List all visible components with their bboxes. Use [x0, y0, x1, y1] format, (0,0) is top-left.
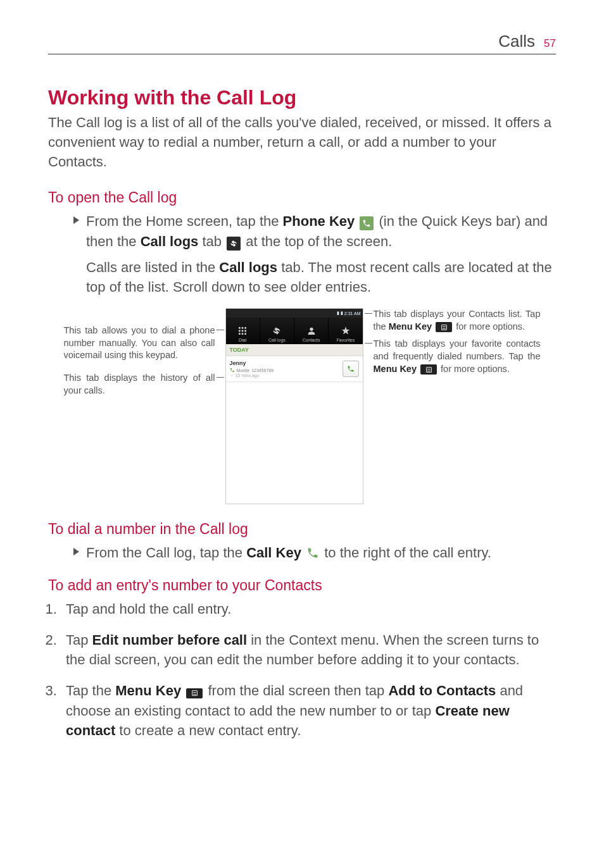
text: This tab displays your favorite contacts…	[374, 338, 541, 361]
callout-contacts-tab: This tab displays your Contacts list. Ta…	[374, 308, 541, 333]
text-bold: Call logs	[219, 259, 277, 275]
status-time: 2:31 AM	[344, 311, 361, 316]
today-header: TODAY	[226, 344, 363, 356]
text-bold: Add to Contacts	[388, 683, 496, 698]
svg-rect-0	[239, 327, 241, 329]
phone-key-label: Phone Key	[283, 213, 355, 229]
entry-type: Mobile	[237, 368, 250, 373]
text: Tap	[66, 632, 92, 648]
battery-icon: ▮	[341, 311, 343, 316]
open-call-log-step: From the Home screen, tap the Phone Key …	[73, 211, 556, 251]
svg-rect-5	[244, 330, 246, 332]
menu-key-label: Menu Key	[374, 364, 417, 374]
phone-illustration: This tab allows you to dial a phone numb…	[48, 308, 556, 504]
intro-paragraph: The Call log is a list of all of the cal…	[48, 113, 556, 171]
call-logs-label: Call logs	[141, 233, 199, 249]
text: at the top of the screen.	[246, 233, 392, 249]
callout-dial-tab: This tab allows you to dial a phone numb…	[64, 325, 215, 362]
callout-calllogs-tab: This tab displays the history of all you…	[64, 372, 215, 397]
text: From the Home screen, tap the	[86, 213, 283, 229]
tab-label: Contacts	[303, 338, 320, 342]
tab-label: Call logs	[268, 338, 286, 342]
entry-number: 123456789	[251, 368, 274, 373]
header-page-number: 57	[544, 37, 556, 50]
tab-dial[interactable]: Dial	[226, 318, 260, 344]
call-key-icon	[306, 545, 319, 557]
text: from the dial screen then tap	[208, 683, 388, 698]
svg-rect-2	[244, 327, 246, 329]
contacts-icon	[306, 325, 317, 337]
phone-mock: ▮ ▮ 2:31 AM Dial Call logs Contacts	[225, 308, 363, 504]
bullet-triangle-icon	[73, 216, 79, 224]
menu-key-label: Menu Key	[115, 683, 181, 698]
step-2: Tap Edit number before call in the Conte…	[61, 630, 556, 669]
dial-icon	[237, 325, 248, 337]
step-1: Tap and hold the call entry.	[61, 599, 556, 619]
call-logs-tab-icon	[227, 237, 241, 251]
dial-number-step: From the Call log, tap the Call Key to t…	[73, 543, 556, 562]
text: to the right of the call entry.	[324, 545, 491, 561]
step-3: Tap the Menu Key from the dial screen th…	[61, 681, 556, 740]
text: Tap the	[66, 683, 115, 698]
call-key-label: Call Key	[246, 545, 301, 561]
phone-key-icon	[360, 216, 374, 230]
status-bar: ▮ ▮ 2:31 AM	[226, 309, 363, 318]
menu-key-icon	[420, 364, 437, 375]
page-title: Working with the Call Log	[48, 86, 556, 109]
tab-label: Favorites	[336, 338, 355, 342]
entry-call-button[interactable]	[343, 361, 359, 377]
tab-contacts[interactable]: Contacts	[294, 318, 329, 344]
text: tab	[198, 233, 225, 249]
text: From the Call log, tap the	[86, 545, 246, 561]
open-call-log-para2: Calls are listed in the Call logs tab. T…	[86, 257, 556, 297]
favorites-icon	[340, 325, 351, 337]
heading-dial-number: To dial a number in the Call log	[48, 521, 556, 538]
svg-rect-6	[239, 333, 241, 335]
signal-icon: ▮	[337, 311, 339, 316]
call-log-entry[interactable]: Jenny Mobile 123456789 → 10 mins ago	[226, 356, 363, 382]
text-bold: Edit number before call	[92, 632, 248, 648]
heading-open-call-log: To open the Call log	[48, 189, 556, 206]
tab-label: Dial	[239, 338, 246, 342]
tab-call-logs[interactable]: Call logs	[260, 318, 294, 344]
header-section: Calls	[498, 32, 535, 51]
call-logs-icon	[271, 325, 282, 337]
menu-key-icon	[186, 688, 203, 698]
text: for more options.	[438, 364, 510, 374]
svg-rect-8	[244, 333, 246, 335]
text: Calls are listed in the	[86, 259, 219, 275]
phone-tabs: Dial Call logs Contacts Favorites	[226, 318, 363, 344]
svg-rect-7	[242, 333, 244, 335]
menu-key-label: Menu Key	[389, 321, 432, 332]
menu-key-icon	[436, 322, 452, 332]
entry-name: Jenny	[230, 360, 339, 366]
tab-favorites[interactable]: Favorites	[329, 318, 362, 344]
svg-point-9	[310, 328, 313, 331]
text: for more options.	[453, 321, 525, 332]
svg-rect-1	[242, 327, 244, 329]
callout-favorites-tab: This tab displays your favorite contacts…	[374, 338, 541, 375]
outgoing-icon	[230, 368, 235, 373]
text: to create a new contact entry.	[115, 722, 301, 738]
bullet-triangle-icon	[73, 548, 79, 555]
page-header: Calls 57	[48, 32, 556, 54]
svg-rect-3	[239, 330, 241, 332]
heading-add-to-contacts: To add an entry's number to your Contact…	[48, 577, 556, 594]
add-to-contacts-steps: Tap and hold the call entry. Tap Edit nu…	[48, 599, 556, 740]
entry-time: 10 mins ago	[235, 373, 259, 378]
svg-rect-4	[242, 330, 244, 332]
